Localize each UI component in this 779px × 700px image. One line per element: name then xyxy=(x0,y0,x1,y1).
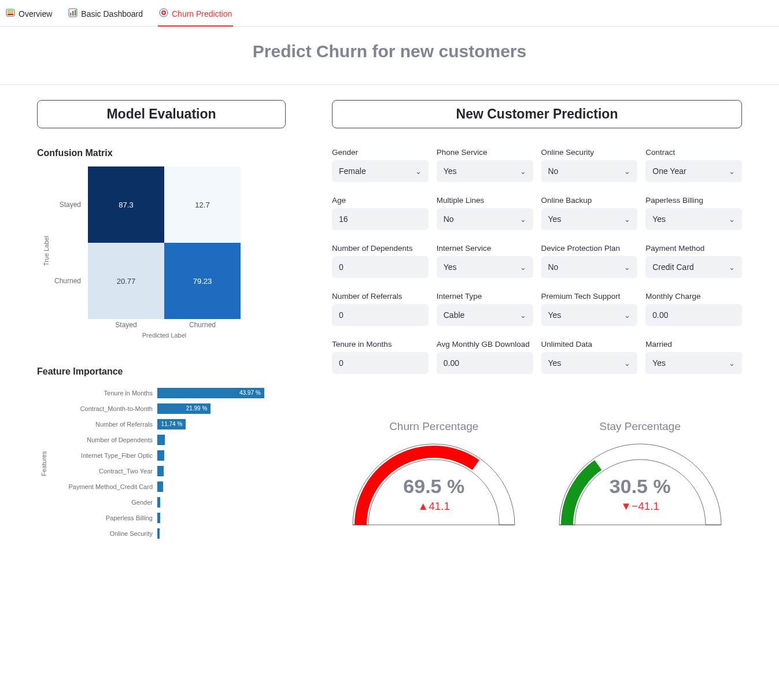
field-contract: ContractOne Year⌄ xyxy=(645,148,742,182)
fi-feature-label: Number of Referrals xyxy=(47,421,157,428)
tab-overview[interactable]: Overview xyxy=(5,3,53,26)
new-customer-prediction-title: New Customer Prediction xyxy=(332,100,742,128)
chevron-down-icon: ⌄ xyxy=(729,263,735,272)
chevron-down-icon: ⌄ xyxy=(624,311,630,320)
bar-chart-icon xyxy=(68,8,77,19)
unlimited-data-select[interactable]: Yes⌄ xyxy=(541,352,638,374)
fi-feature-label: Contract_Two Year xyxy=(47,468,157,475)
svg-rect-2 xyxy=(8,12,13,13)
svg-rect-7 xyxy=(75,10,76,16)
field-label: Contract xyxy=(645,148,742,157)
field-value: Female xyxy=(339,166,366,176)
internet-service-select[interactable]: Yes⌄ xyxy=(437,256,533,278)
field-label: Married xyxy=(645,340,742,349)
phone-service-select[interactable]: Yes⌄ xyxy=(437,160,533,182)
chevron-down-icon: ⌄ xyxy=(624,263,630,272)
field-multiple-lines: Multiple LinesNo⌄ xyxy=(437,196,533,230)
field-value: No xyxy=(548,166,559,176)
field-premium-tech-support: Premium Tech SupportYes⌄ xyxy=(541,292,638,326)
field-paperless-billing: Paperless BillingYes⌄ xyxy=(645,196,742,230)
gauge-churn[interactable]: Churn Percentage 69.5 % ▲41.1 xyxy=(332,420,536,530)
feature-importance-row: Internet Type_Fiber Optic xyxy=(47,447,286,463)
field-avg-monthly-gb-download: Avg Monthly GB Download0.00 xyxy=(437,340,533,374)
feature-importance-row: Tenure in Months43.97 % xyxy=(47,385,286,401)
device-protection-plan-select[interactable]: No⌄ xyxy=(541,256,638,278)
field-label: Online Backup xyxy=(541,196,638,205)
fi-value: 43.97 % xyxy=(157,388,264,398)
cm-col-label: Stayed xyxy=(88,319,164,331)
payment-method-select[interactable]: Credit Card⌄ xyxy=(645,256,742,278)
confusion-matrix[interactable]: True Label Stayed 87.3 12.7 Churned 20.7… xyxy=(47,166,286,339)
field-monthly-charge: Monthly Charge0.00 xyxy=(645,292,742,326)
cm-row-label: Churned xyxy=(47,243,88,319)
field-age: Age16 xyxy=(332,196,429,230)
field-value: Yes xyxy=(548,310,562,320)
feature-importance-row: Online Security xyxy=(47,525,286,541)
field-value: Yes xyxy=(444,262,457,272)
feature-importance-row: Contract_Two Year xyxy=(47,463,286,479)
field-number-of-referrals: Number of Referrals0 xyxy=(332,292,429,326)
left-column: Model Evaluation Confusion Matrix True L… xyxy=(37,100,286,541)
fi-bar xyxy=(157,482,163,492)
field-label: Unlimited Data xyxy=(541,340,638,349)
number-of-referrals-input[interactable]: 0 xyxy=(332,304,429,326)
field-value: Cable xyxy=(444,310,465,320)
chevron-down-icon: ⌄ xyxy=(520,215,526,224)
feature-importance-row: Paperless Billing xyxy=(47,510,286,525)
gauge-value: 69.5 % xyxy=(332,475,536,498)
chevron-down-icon: ⌄ xyxy=(520,311,526,320)
field-value: 0.00 xyxy=(444,358,459,368)
number-of-dependents-input[interactable]: 0 xyxy=(332,256,429,278)
right-column: New Customer Prediction GenderFemale⌄Pho… xyxy=(332,100,742,541)
field-value: Yes xyxy=(548,358,562,368)
tab-label: Churn Prediction xyxy=(172,9,232,18)
field-tenure-in-months: Tenure in Months0 xyxy=(332,340,429,374)
field-label: Device Protection Plan xyxy=(541,244,638,253)
field-internet-type: Internet TypeCable⌄ xyxy=(437,292,533,326)
field-value: No xyxy=(444,214,454,224)
fi-value: 11.74 % xyxy=(157,419,186,429)
multiple-lines-select[interactable]: No⌄ xyxy=(437,208,533,230)
field-value: 0 xyxy=(339,310,344,320)
chevron-down-icon: ⌄ xyxy=(624,359,630,368)
cm-col-label: Churned xyxy=(164,319,241,331)
premium-tech-support-select[interactable]: Yes⌄ xyxy=(541,304,638,326)
feature-importance-chart[interactable]: Features Tenure in Months43.97 %Contract… xyxy=(37,385,286,541)
tab-label: Overview xyxy=(19,9,52,18)
gauge-stay[interactable]: Stay Percentage 30.5 % ▼−41.1 xyxy=(538,420,743,530)
field-phone-service: Phone ServiceYes⌄ xyxy=(437,148,533,182)
field-unlimited-data: Unlimited DataYes⌄ xyxy=(541,340,638,374)
field-online-backup: Online BackupYes⌄ xyxy=(541,196,638,230)
online-backup-select[interactable]: Yes⌄ xyxy=(541,208,638,230)
online-security-select[interactable]: No⌄ xyxy=(541,160,638,182)
field-label: Gender xyxy=(332,148,429,157)
cm-cell: 87.3 xyxy=(88,166,164,243)
gender-select[interactable]: Female⌄ xyxy=(332,160,429,182)
field-label: Internet Type xyxy=(437,292,533,301)
feature-importance-row: Number of Referrals11.74 % xyxy=(47,416,286,432)
fi-feature-label: Contract_Month-to-Month xyxy=(47,405,157,412)
monthly-charge-input[interactable]: 0.00 xyxy=(645,304,742,326)
tab-basic-dashboard[interactable]: Basic Dashboard xyxy=(67,3,144,26)
fi-feature-label: Gender xyxy=(47,499,157,506)
prediction-form: GenderFemale⌄Phone ServiceYes⌄Online Sec… xyxy=(332,148,742,374)
avg-monthly-gb-download-input[interactable]: 0.00 xyxy=(437,352,533,374)
fi-feature-label: Paperless Billing xyxy=(47,514,157,521)
tab-churn-prediction[interactable]: Churn Prediction xyxy=(158,3,233,26)
paperless-billing-select[interactable]: Yes⌄ xyxy=(645,208,742,230)
field-label: Internet Service xyxy=(437,244,533,253)
age-input[interactable]: 16 xyxy=(332,208,429,230)
married-select[interactable]: Yes⌄ xyxy=(645,352,742,374)
gauge-value: 30.5 % xyxy=(538,475,743,498)
tenure-in-months-input[interactable]: 0 xyxy=(332,352,429,374)
gauge-delta: ▼−41.1 xyxy=(538,500,743,513)
field-payment-method: Payment MethodCredit Card⌄ xyxy=(645,244,742,278)
model-evaluation-title: Model Evaluation xyxy=(37,100,286,128)
svg-point-10 xyxy=(163,12,164,13)
tab-label: Basic Dashboard xyxy=(81,9,143,18)
field-label: Number of Referrals xyxy=(332,292,429,301)
fi-bar xyxy=(157,497,160,508)
field-label: Premium Tech Support xyxy=(541,292,638,301)
contract-select[interactable]: One Year⌄ xyxy=(645,160,742,182)
internet-type-select[interactable]: Cable⌄ xyxy=(437,304,533,326)
